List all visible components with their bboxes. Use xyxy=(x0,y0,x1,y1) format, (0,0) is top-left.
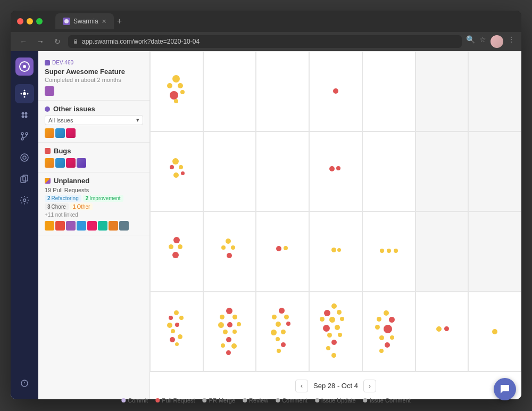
activity-dot xyxy=(226,239,231,244)
search-icon[interactable]: 🔍 xyxy=(466,35,475,48)
app-content: DEV-460 Super Awesome Feature Completed … xyxy=(11,51,521,399)
menu-icon[interactable]: ⋮ xyxy=(508,35,515,48)
tab-title: Swarmia xyxy=(73,18,98,25)
activity-dot xyxy=(389,317,395,323)
activity-dot xyxy=(170,91,178,100)
activity-dot xyxy=(178,334,182,339)
all-issues-select[interactable]: All issues ▾ xyxy=(45,115,143,125)
other-issues-avatars xyxy=(45,128,143,138)
activity-dot xyxy=(172,158,179,165)
grid-cell xyxy=(362,211,415,292)
other-issues-icon xyxy=(44,105,51,112)
sidebar-item-settings[interactable] xyxy=(15,191,34,210)
sidebar-item-insights[interactable] xyxy=(15,105,34,125)
merge-legend-label: PR Merge xyxy=(209,397,236,399)
sidebar-item-pullrequests[interactable] xyxy=(15,127,34,146)
badge-improvement: 2 Improvement xyxy=(83,195,123,202)
activity-dot xyxy=(226,308,232,314)
badge-chore: 3 Chore xyxy=(45,203,69,210)
activity-dot xyxy=(385,342,390,348)
feature-title: Super Awesome Feature xyxy=(45,68,143,76)
activity-dot xyxy=(390,335,394,340)
review-legend-dot xyxy=(243,398,247,399)
forward-button[interactable]: → xyxy=(34,37,47,46)
activity-dot xyxy=(331,353,336,358)
activity-dot xyxy=(276,246,281,251)
back-button[interactable]: ← xyxy=(17,37,30,46)
activity-dot xyxy=(218,322,224,328)
grid-cell xyxy=(150,131,203,212)
comment-legend-dot xyxy=(276,398,280,399)
date-range-label: Sep 28 - Oct 4 xyxy=(313,382,358,390)
feature-icon xyxy=(45,60,50,65)
new-tab-button[interactable]: + xyxy=(117,17,122,26)
bugs-header: Bugs xyxy=(45,147,143,155)
user-avatar[interactable] xyxy=(491,35,503,48)
activity-dot xyxy=(167,83,172,88)
legend: Commit Pull Request PR Merge Review xyxy=(150,397,411,399)
legend-item-comment: Comment xyxy=(276,397,307,399)
traffic-lights xyxy=(17,18,43,24)
bookmark-icon[interactable]: ☆ xyxy=(479,35,486,48)
lock-icon xyxy=(72,38,79,45)
next-date-button[interactable]: › xyxy=(363,380,376,392)
grid-cell xyxy=(309,51,362,131)
grid-cell xyxy=(415,131,469,212)
activity-dot xyxy=(331,340,337,345)
dot-cluster xyxy=(330,86,341,96)
issue-update-legend-label: Issue Update xyxy=(321,397,356,399)
activity-dot xyxy=(181,171,185,175)
activity-dot xyxy=(232,330,237,334)
tab-close-icon[interactable]: ✕ xyxy=(102,18,106,25)
activity-dot xyxy=(284,315,289,319)
dot-cluster xyxy=(269,306,296,357)
unplanned-avatars xyxy=(45,221,143,231)
bugs-icon xyxy=(45,148,51,154)
activity-dot xyxy=(335,325,340,330)
sidebar-item-home[interactable] xyxy=(15,84,34,103)
activity-dot xyxy=(380,249,384,253)
activity-dot xyxy=(220,315,225,319)
prev-date-button[interactable]: ‹ xyxy=(295,380,308,392)
sidebar-item-copy[interactable] xyxy=(15,169,34,188)
feature-avatars xyxy=(45,86,143,96)
activity-dot xyxy=(231,343,237,349)
activity-dot xyxy=(175,323,179,327)
dot-cluster xyxy=(489,326,500,337)
maximize-button[interactable] xyxy=(36,18,43,24)
address-bar[interactable]: app.swarmia.com/work?date=2020-10-04 xyxy=(68,35,462,48)
sidebar-item-logout[interactable] xyxy=(15,374,34,393)
chat-button[interactable] xyxy=(494,378,516,399)
sidebar-item-activity[interactable] xyxy=(15,148,34,167)
grid-cell xyxy=(468,51,521,131)
activity-dot xyxy=(379,349,384,353)
pr-legend-label: Pull Request xyxy=(162,397,195,399)
dot-cluster xyxy=(217,305,243,358)
grid-cell xyxy=(256,211,309,292)
unplanned-title: Unplanned xyxy=(54,177,89,185)
refresh-button[interactable]: ↻ xyxy=(51,37,64,46)
feature-tag: DEV-460 xyxy=(52,60,73,65)
activity-dot xyxy=(172,75,180,83)
legend-item-merge: PR Merge xyxy=(203,397,236,399)
badge-refactoring: 2 Refactoring xyxy=(45,195,81,202)
grid-cell xyxy=(309,211,362,292)
dot-cluster xyxy=(434,324,450,340)
minimize-button[interactable] xyxy=(27,18,33,24)
grid-cell xyxy=(468,292,521,372)
close-button[interactable] xyxy=(17,18,23,24)
not-linked-text: +11 not linked xyxy=(45,212,143,218)
sidebar-logo[interactable] xyxy=(15,57,34,76)
grid-cell xyxy=(309,131,362,212)
grid-cell xyxy=(362,292,415,372)
activity-dot xyxy=(284,246,288,250)
dot-cluster xyxy=(219,237,240,266)
title-bar: Swarmia ✕ + xyxy=(11,11,521,32)
svg-point-8 xyxy=(27,93,29,95)
activity-dot xyxy=(227,253,232,258)
activity-dot xyxy=(226,350,231,355)
browser-tab[interactable]: Swarmia ✕ xyxy=(55,13,114,29)
unplanned-icon xyxy=(45,178,51,184)
browser-toolbar: ← → ↻ app.swarmia.com/work?date=2020-10-… xyxy=(11,32,521,51)
url-text: app.swarmia.com/work?date=2020-10-04 xyxy=(82,38,200,45)
